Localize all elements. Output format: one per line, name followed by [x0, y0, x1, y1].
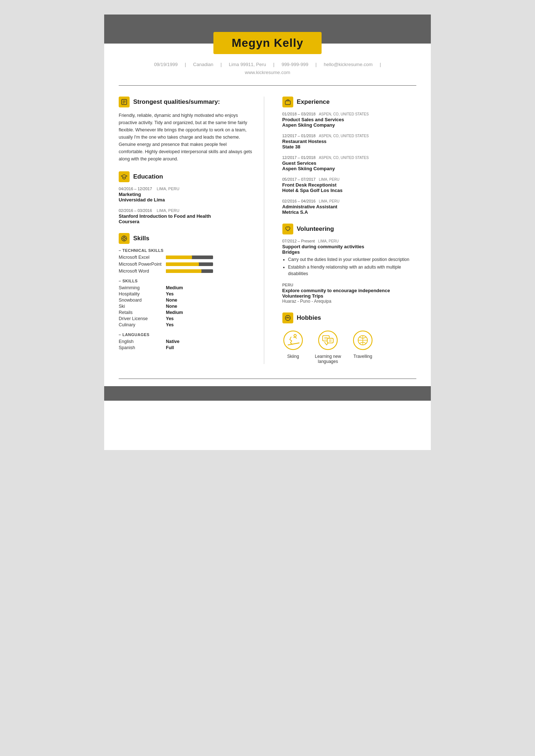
exp-company: State 38 [282, 144, 417, 150]
exp-dates: 01/2018 – 03/2018 Aspen, CO, United Stat… [282, 112, 417, 116]
language-rows: English Native Spanish Full [119, 339, 253, 350]
languages-subsection: – Languages English Native Spanish Full [119, 332, 253, 350]
hobbies-title: Hobbies [297, 314, 321, 322]
hobbies-icons: Skiing [282, 329, 417, 364]
skill-text-row: Retails Medium [119, 310, 253, 315]
exp-company: Hotel & Spa Golf Los Incas [282, 188, 417, 193]
vol-bullet: Carry out the duties listed in your volu… [288, 256, 417, 263]
footer-gray-bar [104, 386, 431, 401]
skill-bar-track [166, 256, 213, 259]
contact-info: 09/19/1999 | Canadian | Lima 99911, Peru… [104, 54, 431, 80]
left-column: Strongest qualities/summary: Friendly, r… [119, 97, 264, 364]
experience-entry: 12/2017 – 01/2018 Aspen, CO, United Stat… [282, 134, 417, 150]
contact-dob: 09/19/1999 [154, 62, 177, 67]
skiing-icon [282, 329, 304, 351]
contact-website: www.kickresume.com [245, 70, 290, 75]
summary-text: Friendly, reliable, dynamic and highly m… [119, 112, 253, 163]
skill-text-name: Swimming [119, 285, 166, 290]
vol-location: Peru [282, 283, 417, 287]
vol-org: Volunteering Trips [282, 293, 417, 299]
contact-phone: 999-999-999 [282, 62, 309, 67]
bottom-divider [119, 379, 416, 379]
hobby-travelling: Travelling [352, 329, 374, 364]
experience-entry: 05/2017 – 07/2017 Lima, Peru Front Desk … [282, 177, 417, 193]
skill-text-row: Snowboard None [119, 298, 253, 303]
skill-text-row: Driver License Yes [119, 316, 253, 321]
skill-bar-fill [166, 269, 201, 273]
skill-text-row: Culinary Yes [119, 322, 253, 327]
sep2: | [220, 62, 221, 67]
skill-text-name: Hospitality [119, 291, 166, 297]
skill-text-level: Yes [166, 322, 174, 327]
summary-section-header: Strongest qualities/summary: [119, 97, 253, 107]
education-title: Education [133, 173, 163, 180]
sep1: | [185, 62, 186, 67]
volunteering-entry: PeruExplore community to encourage indep… [282, 283, 417, 304]
skill-bar-track [166, 269, 213, 273]
skill-text-level: Yes [166, 316, 174, 321]
skill-text-name: Driver License [119, 316, 166, 321]
technical-skill-bars: Microsoft Excel Microsoft PowerPoint Mic… [119, 255, 253, 274]
svg-line-10 [288, 343, 299, 345]
languages-label: – Languages [119, 332, 253, 337]
sep5: | [380, 62, 381, 67]
education-entry: 04/2016 – 12/2017 Lima, Peru Marketing U… [119, 187, 253, 203]
hobby-languages: Learning newlanguages [315, 329, 341, 364]
volunteering-title: Volunteering [297, 225, 334, 233]
exp-dates: 12/2017 – 01/2018 Aspen, CO, United Stat… [282, 134, 417, 138]
skill-text-name: Snowboard [119, 298, 166, 303]
skill-text-level: Medium [166, 285, 183, 290]
education-entry: 02/2016 – 03/2016 Lima, Peru Stanford In… [119, 208, 253, 224]
skills-text-rows: Swimming Medium Hospitality Yes Snowboar… [119, 285, 253, 327]
exp-dates: 12/2017 – 01/2018 Aspen, CO, United Stat… [282, 155, 417, 160]
skill-name: Microsoft Word [119, 269, 166, 274]
entry-location: Lima, Peru [157, 208, 179, 213]
resume-document: Megyn Kelly 09/19/1999 | Canadian | Lima… [104, 15, 431, 450]
volunteering-entry: 07/2012 – Present Lima, PeruSupport duri… [282, 239, 417, 277]
exp-title: Guest Services [282, 160, 417, 166]
languages-icon [317, 329, 339, 351]
volunteering-entries: 07/2012 – Present Lima, PeruSupport duri… [282, 239, 417, 304]
experience-title: Experience [297, 98, 330, 106]
language-level: Full [166, 345, 174, 350]
candidate-name: Megyn Kelly [232, 36, 303, 50]
summary-icon [119, 97, 130, 107]
name-tag: Megyn Kelly [213, 32, 322, 54]
skill-text-row: Hospitality Yes [119, 291, 253, 297]
hobbies-icon [282, 312, 293, 323]
skill-text-level: Yes [166, 291, 174, 297]
entry-dates: 04/2016 – 12/2017 Lima, Peru [119, 187, 253, 191]
exp-title: Administrative Assistant [282, 204, 417, 209]
education-section-header: Education [119, 171, 253, 182]
technical-skills-subsection: – Technical Skills Microsoft Excel Micro… [119, 248, 253, 274]
entry-location: Lima, Peru [157, 187, 179, 191]
exp-title: Front Desk Receptionist [282, 182, 417, 188]
language-level: Native [166, 339, 180, 344]
svg-point-9 [294, 334, 296, 336]
skill-name: Microsoft Excel [119, 255, 166, 260]
technical-skill-row: Microsoft PowerPoint [119, 262, 253, 267]
vol-title: Explore community to encourage independe… [282, 288, 417, 293]
vol-bullets: Carry out the duties listed in your volu… [288, 256, 417, 277]
skill-bar-fill [166, 256, 192, 259]
vol-subtitle: Huaraz - Puno - Arequipa [282, 299, 417, 304]
exp-company: Aspen Skiing Company [282, 122, 417, 128]
skill-text-row: Ski None [119, 304, 253, 309]
skills-title: Skills [133, 235, 149, 242]
skill-text-name: Ski [119, 304, 166, 309]
skill-text-row: Swimming Medium [119, 285, 253, 290]
skill-text-name: Retails [119, 310, 166, 315]
skill-bar-track [166, 262, 213, 266]
skill-text-level: None [166, 304, 177, 309]
experience-entry: 12/2017 – 01/2018 Aspen, CO, United Stat… [282, 155, 417, 171]
language-row: English Native [119, 339, 253, 344]
summary-title: Strongest qualities/summary: [133, 98, 220, 106]
experience-entry: 02/2016 – 04/2016 Lima, Peru Administrat… [282, 199, 417, 215]
svg-rect-15 [327, 338, 334, 343]
skills-text-subsection: – Skills Swimming Medium Hospitality Yes… [119, 279, 253, 327]
education-entries: 04/2016 – 12/2017 Lima, Peru Marketing U… [119, 187, 253, 224]
technical-skill-row: Microsoft Excel [119, 255, 253, 260]
entry-institution: Coursera [119, 219, 253, 224]
svg-point-5 [123, 237, 125, 240]
contact-nationality: Canadian [193, 62, 213, 67]
